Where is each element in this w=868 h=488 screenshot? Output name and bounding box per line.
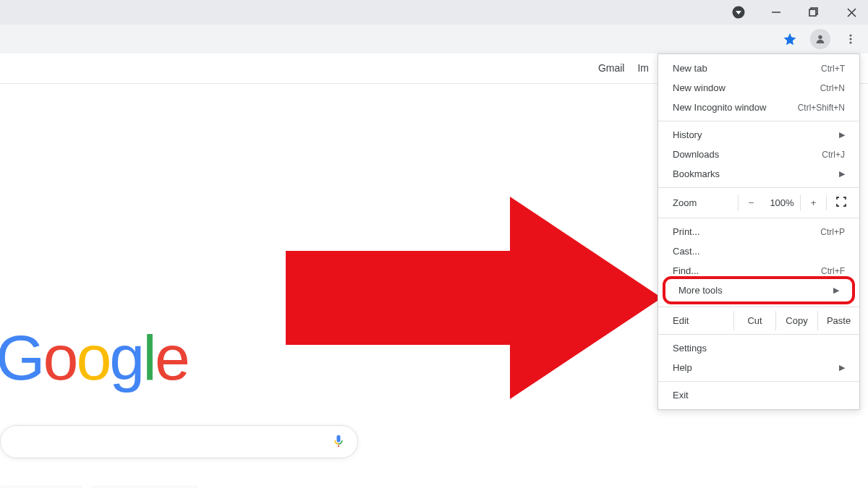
svg-point-7 [849, 41, 851, 43]
submenu-chevron-icon: ▶ [833, 286, 839, 295]
menu-shortcut: Ctrl+N [820, 83, 845, 93]
annotation-arrow-icon [286, 197, 662, 401]
menu-label: New Incognito window [673, 102, 766, 113]
svg-rect-3 [809, 9, 816, 16]
menu-item-cast[interactable]: Cast... [658, 241, 859, 261]
logo-letter: g [109, 321, 142, 395]
bookmark-star-icon[interactable] [780, 29, 800, 49]
menu-item-downloads[interactable]: Downloads Ctrl+J [658, 145, 859, 164]
menu-edit-row: Edit Cut Copy Paste [658, 311, 859, 330]
kebab-menu-icon[interactable] [841, 29, 861, 49]
menu-label: Help [673, 362, 692, 373]
menu-label: Downloads [673, 149, 719, 160]
menu-separator [658, 187, 859, 188]
menu-label: More tools [678, 285, 723, 296]
menu-separator [658, 381, 859, 382]
logo-letter: o [76, 321, 109, 395]
menu-label: Cast... [673, 246, 700, 257]
account-indicator-icon[interactable] [728, 1, 749, 23]
menu-zoom-row: Zoom − 100% + [658, 192, 859, 214]
logo-letter: G [0, 321, 43, 395]
menu-label: Zoom [673, 197, 738, 208]
menu-item-new-tab[interactable]: New tab Ctrl+T [658, 59, 859, 78]
menu-separator [658, 121, 859, 121]
svg-marker-8 [286, 197, 662, 399]
menu-label: Find... [673, 265, 699, 276]
zoom-level: 100% [764, 197, 800, 208]
svg-rect-1 [772, 12, 780, 13]
menu-shortcut: Ctrl+Shift+N [798, 103, 845, 113]
menu-item-incognito[interactable]: New Incognito window Ctrl+Shift+N [658, 98, 859, 117]
fullscreen-button[interactable] [826, 195, 855, 210]
logo-letter: e [155, 321, 188, 395]
close-button[interactable] [841, 1, 862, 23]
profile-avatar-icon[interactable] [810, 29, 830, 49]
menu-label: Edit [658, 311, 733, 330]
edit-paste-button[interactable]: Paste [817, 311, 859, 330]
menu-separator [658, 218, 859, 218]
menu-item-new-window[interactable]: New window Ctrl+N [658, 78, 859, 98]
submenu-chevron-icon: ▶ [839, 363, 845, 372]
search-input[interactable] [12, 435, 326, 448]
window-titlebar [0, 0, 868, 25]
menu-label: History [673, 129, 702, 140]
edit-cut-button[interactable]: Cut [733, 311, 775, 330]
menu-item-history[interactable]: History ▶ [658, 125, 859, 145]
menu-item-settings[interactable]: Settings [658, 338, 859, 358]
menu-label: Print... [673, 226, 700, 237]
menu-item-bookmarks[interactable]: Bookmarks ▶ [658, 164, 859, 184]
gmail-link[interactable]: Gmail [598, 62, 625, 74]
menu-shortcut: Ctrl+J [822, 150, 845, 160]
menu-label: Bookmarks [673, 168, 720, 179]
logo-letter: l [142, 321, 155, 395]
menu-label: Settings [673, 343, 707, 354]
google-logo: Google [0, 321, 188, 395]
submenu-chevron-icon: ▶ [839, 169, 845, 179]
menu-shortcut: Ctrl+F [821, 266, 845, 276]
menu-label: Exit [673, 390, 689, 401]
menu-shortcut: Ctrl+P [820, 227, 845, 237]
menu-item-more-tools[interactable]: More tools ▶ [676, 281, 842, 300]
images-link[interactable]: Im [637, 62, 649, 74]
page-content: Gmail Im Google r con Google Voy a tener… [0, 53, 868, 488]
chrome-main-menu: New tab Ctrl+T New window Ctrl+N New Inc… [658, 53, 860, 410]
svg-point-4 [818, 35, 822, 38]
menu-separator [658, 334, 859, 335]
minimize-button[interactable] [765, 1, 787, 23]
google-search-button[interactable]: r con Google [0, 485, 82, 488]
menu-label: New window [673, 82, 726, 93]
im-feeling-lucky-button[interactable]: Voy a tener suerte [91, 485, 198, 488]
svg-point-6 [849, 38, 851, 40]
menu-separator [658, 307, 859, 307]
menu-item-print[interactable]: Print... Ctrl+P [658, 222, 859, 241]
menu-item-find[interactable]: Find... Ctrl+F [658, 261, 859, 276]
edit-copy-button[interactable]: Copy [775, 311, 817, 330]
microphone-icon[interactable] [331, 432, 346, 452]
menu-label: New tab [673, 63, 707, 74]
browser-toolbar [0, 25, 868, 53]
menu-item-exit[interactable]: Exit [658, 385, 859, 405]
svg-point-5 [849, 34, 851, 36]
submenu-chevron-icon: ▶ [839, 130, 845, 140]
search-box[interactable] [0, 425, 358, 458]
zoom-out-button[interactable]: − [738, 194, 764, 211]
maximize-button[interactable] [803, 1, 825, 23]
menu-item-help[interactable]: Help ▶ [658, 358, 859, 377]
menu-shortcut: Ctrl+T [821, 64, 845, 74]
zoom-in-button[interactable]: + [800, 194, 826, 211]
logo-letter: o [43, 321, 76, 395]
annotation-highlight: More tools ▶ [663, 276, 855, 304]
